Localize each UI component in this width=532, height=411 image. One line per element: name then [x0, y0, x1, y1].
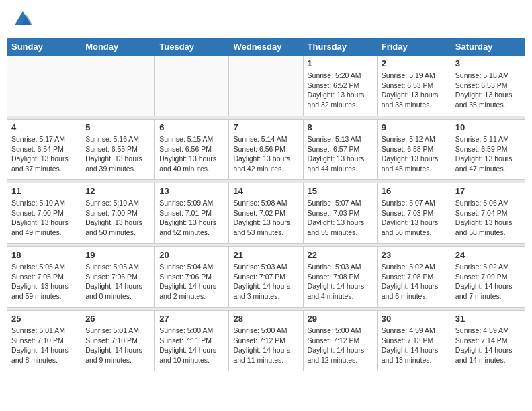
calendar-cell: 18Sunrise: 5:05 AM Sunset: 7:05 PM Dayli…: [7, 247, 81, 308]
day-info: Sunrise: 5:15 AM Sunset: 6:56 PM Dayligh…: [159, 134, 224, 174]
calendar-cell: 13Sunrise: 5:09 AM Sunset: 7:01 PM Dayli…: [155, 183, 229, 244]
day-info: Sunrise: 5:17 AM Sunset: 6:54 PM Dayligh…: [11, 134, 77, 174]
day-info: Sunrise: 5:03 AM Sunset: 7:08 PM Dayligh…: [308, 262, 373, 302]
day-info: Sunrise: 5:05 AM Sunset: 7:06 PM Dayligh…: [85, 262, 150, 302]
day-info: Sunrise: 5:11 AM Sunset: 6:59 PM Dayligh…: [455, 134, 521, 174]
weekday-header-friday: Friday: [377, 38, 451, 56]
weekday-header-sunday: Sunday: [7, 38, 81, 56]
day-info: Sunrise: 5:07 AM Sunset: 7:03 PM Dayligh…: [308, 198, 373, 238]
day-number: 5: [85, 122, 150, 132]
day-number: 20: [159, 250, 224, 260]
calendar-cell: 31Sunrise: 4:59 AM Sunset: 7:14 PM Dayli…: [451, 311, 525, 371]
day-number: 22: [308, 250, 373, 260]
day-number: 21: [233, 250, 298, 260]
day-info: Sunrise: 5:03 AM Sunset: 7:07 PM Dayligh…: [233, 262, 298, 302]
calendar-cell: 20Sunrise: 5:04 AM Sunset: 7:06 PM Dayli…: [155, 247, 229, 308]
logo: [13, 10, 35, 29]
calendar-cell: 25Sunrise: 5:01 AM Sunset: 7:10 PM Dayli…: [7, 311, 81, 371]
day-info: Sunrise: 5:16 AM Sunset: 6:55 PM Dayligh…: [85, 134, 150, 174]
day-number: 4: [11, 122, 77, 132]
day-number: 13: [159, 186, 224, 196]
weekday-header-wednesday: Wednesday: [229, 38, 303, 56]
day-info: Sunrise: 5:18 AM Sunset: 6:53 PM Dayligh…: [455, 71, 521, 110]
day-number: 9: [382, 122, 447, 132]
calendar-week-row: 25Sunrise: 5:01 AM Sunset: 7:10 PM Dayli…: [7, 311, 525, 371]
day-info: Sunrise: 5:08 AM Sunset: 7:02 PM Dayligh…: [233, 198, 298, 238]
day-number: 6: [159, 122, 224, 132]
calendar-cell: 23Sunrise: 5:02 AM Sunset: 7:08 PM Dayli…: [377, 247, 451, 308]
calendar-cell: 26Sunrise: 5:01 AM Sunset: 7:10 PM Dayli…: [81, 311, 155, 371]
day-info: Sunrise: 5:13 AM Sunset: 6:57 PM Dayligh…: [308, 134, 373, 174]
calendar-cell: 2Sunrise: 5:19 AM Sunset: 6:53 PM Daylig…: [377, 56, 451, 116]
day-number: 15: [308, 186, 373, 196]
day-number: 16: [382, 186, 447, 196]
day-info: Sunrise: 5:06 AM Sunset: 7:04 PM Dayligh…: [455, 198, 521, 238]
weekday-header-thursday: Thursday: [303, 38, 377, 56]
calendar-cell: 12Sunrise: 5:10 AM Sunset: 7:00 PM Dayli…: [81, 183, 155, 244]
calendar-week-row: 18Sunrise: 5:05 AM Sunset: 7:05 PM Dayli…: [7, 247, 525, 308]
calendar-cell: 6Sunrise: 5:15 AM Sunset: 6:56 PM Daylig…: [155, 120, 229, 180]
calendar-cell: 11Sunrise: 5:10 AM Sunset: 7:00 PM Dayli…: [7, 183, 81, 244]
day-info: Sunrise: 4:59 AM Sunset: 7:14 PM Dayligh…: [455, 326, 521, 365]
day-info: Sunrise: 5:14 AM Sunset: 6:56 PM Dayligh…: [233, 134, 298, 174]
day-number: 27: [159, 314, 224, 324]
weekday-header-saturday: Saturday: [451, 38, 525, 56]
calendar-cell: [229, 56, 303, 116]
day-number: 2: [382, 58, 447, 68]
day-info: Sunrise: 5:04 AM Sunset: 7:06 PM Dayligh…: [159, 262, 224, 302]
day-info: Sunrise: 5:10 AM Sunset: 7:00 PM Dayligh…: [85, 198, 150, 238]
day-number: 26: [85, 314, 150, 324]
day-info: Sunrise: 5:20 AM Sunset: 6:52 PM Dayligh…: [308, 71, 373, 110]
calendar-cell: 30Sunrise: 4:59 AM Sunset: 7:13 PM Dayli…: [377, 311, 451, 371]
day-number: 11: [11, 186, 77, 196]
calendar-week-row: 4Sunrise: 5:17 AM Sunset: 6:54 PM Daylig…: [7, 120, 525, 180]
calendar-week-row: 1Sunrise: 5:20 AM Sunset: 6:52 PM Daylig…: [7, 56, 525, 116]
day-info: Sunrise: 4:59 AM Sunset: 7:13 PM Dayligh…: [382, 326, 447, 365]
day-number: 28: [233, 314, 298, 324]
day-number: 12: [85, 186, 150, 196]
calendar-cell: 10Sunrise: 5:11 AM Sunset: 6:59 PM Dayli…: [451, 120, 525, 180]
calendar-cell: 24Sunrise: 5:02 AM Sunset: 7:09 PM Dayli…: [451, 247, 525, 308]
header: [7, 7, 525, 32]
calendar-cell: 8Sunrise: 5:13 AM Sunset: 6:57 PM Daylig…: [303, 120, 377, 180]
weekday-header-tuesday: Tuesday: [155, 38, 229, 56]
calendar-cell: [7, 56, 81, 116]
day-info: Sunrise: 5:00 AM Sunset: 7:11 PM Dayligh…: [159, 326, 224, 365]
day-number: 8: [308, 122, 373, 132]
day-number: 25: [11, 314, 77, 324]
day-info: Sunrise: 5:01 AM Sunset: 7:10 PM Dayligh…: [11, 326, 77, 365]
day-number: 7: [233, 122, 298, 132]
calendar-cell: 17Sunrise: 5:06 AM Sunset: 7:04 PM Dayli…: [451, 183, 525, 244]
calendar-cell: 14Sunrise: 5:08 AM Sunset: 7:02 PM Dayli…: [229, 183, 303, 244]
calendar-cell: [81, 56, 155, 116]
calendar-cell: 22Sunrise: 5:03 AM Sunset: 7:08 PM Dayli…: [303, 247, 377, 308]
calendar-cell: 28Sunrise: 5:00 AM Sunset: 7:12 PM Dayli…: [229, 311, 303, 371]
calendar-cell: 9Sunrise: 5:12 AM Sunset: 6:58 PM Daylig…: [377, 120, 451, 180]
calendar-cell: 19Sunrise: 5:05 AM Sunset: 7:06 PM Dayli…: [81, 247, 155, 308]
day-number: 29: [308, 314, 373, 324]
calendar: SundayMondayTuesdayWednesdayThursdayFrid…: [7, 38, 525, 371]
day-info: Sunrise: 5:10 AM Sunset: 7:00 PM Dayligh…: [11, 198, 77, 238]
calendar-cell: 3Sunrise: 5:18 AM Sunset: 6:53 PM Daylig…: [451, 56, 525, 116]
logo-icon: [13, 10, 32, 29]
calendar-cell: 27Sunrise: 5:00 AM Sunset: 7:11 PM Dayli…: [155, 311, 229, 371]
weekday-header-monday: Monday: [81, 38, 155, 56]
day-number: 1: [308, 58, 373, 68]
day-number: 23: [382, 250, 447, 260]
day-info: Sunrise: 5:00 AM Sunset: 7:12 PM Dayligh…: [233, 326, 298, 365]
day-info: Sunrise: 5:09 AM Sunset: 7:01 PM Dayligh…: [159, 198, 224, 238]
day-info: Sunrise: 5:01 AM Sunset: 7:10 PM Dayligh…: [85, 326, 150, 365]
day-number: 30: [382, 314, 447, 324]
calendar-cell: 7Sunrise: 5:14 AM Sunset: 6:56 PM Daylig…: [229, 120, 303, 180]
day-number: 19: [85, 250, 150, 260]
weekday-header-row: SundayMondayTuesdayWednesdayThursdayFrid…: [7, 38, 525, 56]
day-info: Sunrise: 5:02 AM Sunset: 7:09 PM Dayligh…: [455, 262, 521, 302]
calendar-cell: 5Sunrise: 5:16 AM Sunset: 6:55 PM Daylig…: [81, 120, 155, 180]
day-number: 14: [233, 186, 298, 196]
day-info: Sunrise: 5:02 AM Sunset: 7:08 PM Dayligh…: [382, 262, 447, 302]
day-info: Sunrise: 5:05 AM Sunset: 7:05 PM Dayligh…: [11, 262, 77, 302]
day-number: 31: [455, 314, 521, 324]
calendar-cell: 15Sunrise: 5:07 AM Sunset: 7:03 PM Dayli…: [303, 183, 377, 244]
day-info: Sunrise: 5:07 AM Sunset: 7:03 PM Dayligh…: [382, 198, 447, 238]
day-number: 10: [455, 122, 521, 132]
